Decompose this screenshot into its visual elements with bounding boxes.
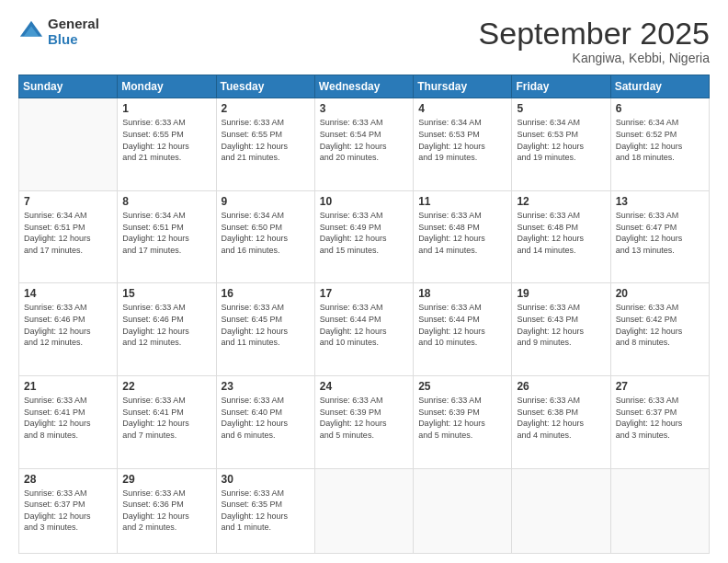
cell-info: Sunrise: 6:33 AMSunset: 6:37 PMDaylight:… (24, 488, 112, 534)
cell-info: Sunrise: 6:33 AMSunset: 6:41 PMDaylight:… (24, 395, 112, 441)
calendar-cell: 15Sunrise: 6:33 AMSunset: 6:46 PMDayligh… (118, 283, 216, 376)
day-number: 5 (517, 102, 605, 115)
cell-info: Sunrise: 6:33 AMSunset: 6:44 PMDaylight:… (418, 302, 506, 348)
cell-info: Sunrise: 6:33 AMSunset: 6:39 PMDaylight:… (418, 395, 506, 441)
calendar-cell: 26Sunrise: 6:33 AMSunset: 6:38 PMDayligh… (512, 375, 610, 468)
calendar-cell: 2Sunrise: 6:33 AMSunset: 6:55 PMDaylight… (216, 98, 314, 191)
calendar-cell: 16Sunrise: 6:33 AMSunset: 6:45 PMDayligh… (216, 283, 314, 376)
day-number: 9 (222, 195, 310, 208)
cell-info: Sunrise: 6:33 AMSunset: 6:37 PMDaylight:… (616, 395, 704, 441)
logo-text: General Blue (48, 17, 99, 47)
calendar-cell (19, 98, 118, 191)
day-number: 27 (616, 380, 704, 393)
cell-info: Sunrise: 6:33 AMSunset: 6:45 PMDaylight:… (222, 302, 310, 348)
calendar-cell: 11Sunrise: 6:33 AMSunset: 6:48 PMDayligh… (414, 190, 512, 283)
day-number: 11 (418, 195, 506, 208)
calendar-cell (314, 468, 413, 553)
cell-info: Sunrise: 6:33 AMSunset: 6:38 PMDaylight:… (517, 395, 605, 441)
col-header-wednesday: Wednesday (314, 75, 413, 98)
cell-info: Sunrise: 6:33 AMSunset: 6:41 PMDaylight:… (122, 395, 210, 441)
cell-info: Sunrise: 6:34 AMSunset: 6:50 PMDaylight:… (222, 210, 310, 256)
day-number: 22 (122, 380, 210, 393)
day-number: 25 (418, 380, 506, 393)
day-number: 10 (320, 195, 408, 208)
logo-general: General (48, 17, 99, 32)
cell-info: Sunrise: 6:33 AMSunset: 6:40 PMDaylight:… (222, 395, 310, 441)
calendar-cell: 4Sunrise: 6:34 AMSunset: 6:53 PMDaylight… (414, 98, 512, 191)
calendar-cell: 3Sunrise: 6:33 AMSunset: 6:54 PMDaylight… (314, 98, 413, 191)
calendar-cell: 8Sunrise: 6:34 AMSunset: 6:51 PMDaylight… (118, 190, 216, 283)
day-number: 29 (122, 473, 210, 486)
calendar-cell: 19Sunrise: 6:33 AMSunset: 6:43 PMDayligh… (512, 283, 610, 376)
calendar-cell (414, 468, 512, 553)
calendar-cell: 1Sunrise: 6:33 AMSunset: 6:55 PMDaylight… (118, 98, 216, 191)
day-number: 1 (122, 102, 210, 115)
day-number: 15 (122, 287, 210, 300)
cell-info: Sunrise: 6:33 AMSunset: 6:35 PMDaylight:… (222, 488, 310, 534)
calendar-cell: 7Sunrise: 6:34 AMSunset: 6:51 PMDaylight… (19, 190, 118, 283)
day-number: 6 (616, 102, 704, 115)
logo: General Blue (18, 17, 99, 47)
cell-info: Sunrise: 6:33 AMSunset: 6:39 PMDaylight:… (320, 395, 408, 441)
logo-icon (18, 19, 44, 45)
cell-info: Sunrise: 6:33 AMSunset: 6:43 PMDaylight:… (517, 302, 605, 348)
day-number: 21 (24, 380, 112, 393)
cell-info: Sunrise: 6:34 AMSunset: 6:53 PMDaylight:… (517, 117, 605, 163)
calendar-cell: 18Sunrise: 6:33 AMSunset: 6:44 PMDayligh… (414, 283, 512, 376)
calendar-cell: 30Sunrise: 6:33 AMSunset: 6:35 PMDayligh… (216, 468, 314, 553)
cell-info: Sunrise: 6:33 AMSunset: 6:44 PMDaylight:… (320, 302, 408, 348)
day-number: 30 (222, 473, 310, 486)
cell-info: Sunrise: 6:33 AMSunset: 6:55 PMDaylight:… (122, 117, 210, 163)
logo-blue: Blue (48, 32, 99, 48)
calendar-cell: 25Sunrise: 6:33 AMSunset: 6:39 PMDayligh… (414, 375, 512, 468)
col-header-monday: Monday (118, 75, 216, 98)
cell-info: Sunrise: 6:34 AMSunset: 6:51 PMDaylight:… (24, 210, 112, 256)
day-number: 20 (616, 287, 704, 300)
header: General Blue September 2025 Kangiwa, Keb… (18, 17, 710, 65)
calendar-cell: 13Sunrise: 6:33 AMSunset: 6:47 PMDayligh… (610, 190, 709, 283)
calendar-cell: 14Sunrise: 6:33 AMSunset: 6:46 PMDayligh… (19, 283, 118, 376)
cell-info: Sunrise: 6:33 AMSunset: 6:42 PMDaylight:… (616, 302, 704, 348)
col-header-friday: Friday (512, 75, 610, 98)
calendar-cell: 24Sunrise: 6:33 AMSunset: 6:39 PMDayligh… (314, 375, 413, 468)
cell-info: Sunrise: 6:33 AMSunset: 6:46 PMDaylight:… (24, 302, 112, 348)
day-number: 28 (24, 473, 112, 486)
cell-info: Sunrise: 6:33 AMSunset: 6:54 PMDaylight:… (320, 117, 408, 163)
calendar-cell: 27Sunrise: 6:33 AMSunset: 6:37 PMDayligh… (610, 375, 709, 468)
col-header-tuesday: Tuesday (216, 75, 314, 98)
calendar-table: SundayMondayTuesdayWednesdayThursdayFrid… (18, 75, 710, 554)
day-number: 7 (24, 195, 112, 208)
page: General Blue September 2025 Kangiwa, Keb… (0, 0, 728, 563)
calendar-cell: 21Sunrise: 6:33 AMSunset: 6:41 PMDayligh… (19, 375, 118, 468)
calendar-cell (512, 468, 610, 553)
calendar-cell: 5Sunrise: 6:34 AMSunset: 6:53 PMDaylight… (512, 98, 610, 191)
cell-info: Sunrise: 6:33 AMSunset: 6:55 PMDaylight:… (222, 117, 310, 163)
cell-info: Sunrise: 6:33 AMSunset: 6:48 PMDaylight:… (517, 210, 605, 256)
col-header-sunday: Sunday (19, 75, 118, 98)
day-number: 14 (24, 287, 112, 300)
calendar-cell (610, 468, 709, 553)
calendar-cell: 17Sunrise: 6:33 AMSunset: 6:44 PMDayligh… (314, 283, 413, 376)
cell-info: Sunrise: 6:34 AMSunset: 6:52 PMDaylight:… (616, 117, 704, 163)
day-number: 26 (517, 380, 605, 393)
col-header-thursday: Thursday (414, 75, 512, 98)
calendar-cell: 12Sunrise: 6:33 AMSunset: 6:48 PMDayligh… (512, 190, 610, 283)
day-number: 4 (418, 102, 506, 115)
cell-info: Sunrise: 6:33 AMSunset: 6:36 PMDaylight:… (122, 488, 210, 534)
cell-info: Sunrise: 6:33 AMSunset: 6:48 PMDaylight:… (418, 210, 506, 256)
day-number: 17 (320, 287, 408, 300)
calendar-cell: 10Sunrise: 6:33 AMSunset: 6:49 PMDayligh… (314, 190, 413, 283)
day-number: 2 (222, 102, 310, 115)
month-title: September 2025 (479, 17, 710, 51)
calendar-cell: 9Sunrise: 6:34 AMSunset: 6:50 PMDaylight… (216, 190, 314, 283)
day-number: 16 (222, 287, 310, 300)
cell-info: Sunrise: 6:34 AMSunset: 6:53 PMDaylight:… (418, 117, 506, 163)
title-block: September 2025 Kangiwa, Kebbi, Nigeria (479, 17, 710, 65)
calendar-cell: 28Sunrise: 6:33 AMSunset: 6:37 PMDayligh… (19, 468, 118, 553)
day-number: 3 (320, 102, 408, 115)
day-number: 23 (222, 380, 310, 393)
day-number: 19 (517, 287, 605, 300)
day-number: 12 (517, 195, 605, 208)
day-number: 24 (320, 380, 408, 393)
calendar-cell: 20Sunrise: 6:33 AMSunset: 6:42 PMDayligh… (610, 283, 709, 376)
